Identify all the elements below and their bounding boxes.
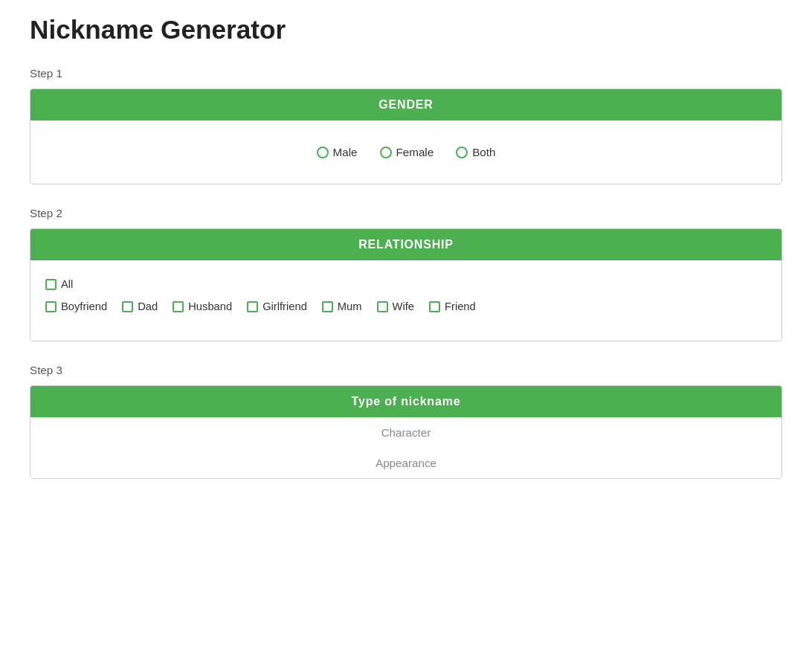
type-card: Type of nickname Character Appearance (30, 385, 782, 479)
relationship-card-body: All Boyfriend Dad Husband Girlfriend (30, 260, 782, 341)
relationship-card-header: RELATIONSHIP (30, 229, 782, 260)
gender-radio-group: Male Female Both (45, 138, 767, 166)
relationship-option-dad[interactable]: Dad (122, 300, 158, 312)
relationship-label-mum: Mum (338, 300, 362, 312)
relationship-option-girlfriend[interactable]: Girlfriend (247, 300, 307, 312)
relationship-label-boyfriend: Boyfriend (61, 300, 107, 312)
gender-label-female: Female (396, 146, 434, 158)
step2-label: Step 2 (30, 207, 782, 219)
type-card-body: Character Appearance (30, 417, 782, 478)
relationship-option-wife[interactable]: Wife (377, 300, 414, 312)
relationship-checkbox-dad[interactable] (122, 301, 133, 312)
relationship-option-boyfriend[interactable]: Boyfriend (45, 300, 107, 312)
gender-card: GENDER Male Female Both (30, 89, 782, 184)
relationship-checkbox-husband[interactable] (173, 301, 184, 312)
gender-option-both[interactable]: Both (456, 146, 495, 158)
gender-card-header: GENDER (30, 89, 782, 120)
all-checkbox-row: All (45, 278, 767, 290)
type-option-appearance[interactable]: Appearance (30, 448, 782, 478)
gender-radio-female[interactable] (380, 147, 392, 158)
relationship-option-husband[interactable]: Husband (173, 300, 232, 312)
relationship-label-friend: Friend (445, 300, 476, 312)
relationship-checkbox-all[interactable] (45, 279, 57, 290)
relationship-option-friend[interactable]: Friend (429, 300, 476, 312)
gender-option-male[interactable]: Male (317, 146, 358, 158)
relationship-label-all: All (61, 278, 73, 290)
gender-radio-both[interactable] (456, 147, 468, 158)
gender-option-female[interactable]: Female (380, 146, 434, 158)
relationship-checkbox-girlfriend[interactable] (247, 301, 258, 312)
gender-card-body: Male Female Both (30, 120, 782, 184)
type-option-character[interactable]: Character (30, 417, 782, 448)
gender-label-male: Male (333, 146, 358, 158)
relationship-label-husband: Husband (188, 300, 232, 312)
page-title: Nickname Generator (30, 15, 782, 45)
relationship-option-mum[interactable]: Mum (322, 300, 362, 312)
relationship-label-dad: Dad (138, 300, 158, 312)
step1-label: Step 1 (30, 67, 782, 80)
type-card-header: Type of nickname (30, 386, 782, 417)
gender-radio-male[interactable] (317, 147, 329, 158)
gender-label-both: Both (472, 146, 495, 158)
relationship-checkbox-mum[interactable] (322, 301, 333, 312)
relationship-label-girlfriend: Girlfriend (262, 300, 307, 312)
relationship-checkbox-friend[interactable] (429, 301, 440, 312)
relationship-checkbox-wife[interactable] (377, 301, 388, 312)
relationship-checkbox-boyfriend[interactable] (45, 301, 57, 312)
step3-label: Step 3 (30, 364, 782, 376)
relationship-label-wife: Wife (393, 300, 414, 312)
relationship-card: RELATIONSHIP All Boyfriend Dad Husband (30, 228, 782, 341)
relationship-option-all[interactable]: All (45, 278, 73, 290)
relationship-checkbox-row: Boyfriend Dad Husband Girlfriend Mum Wif… (45, 300, 767, 312)
